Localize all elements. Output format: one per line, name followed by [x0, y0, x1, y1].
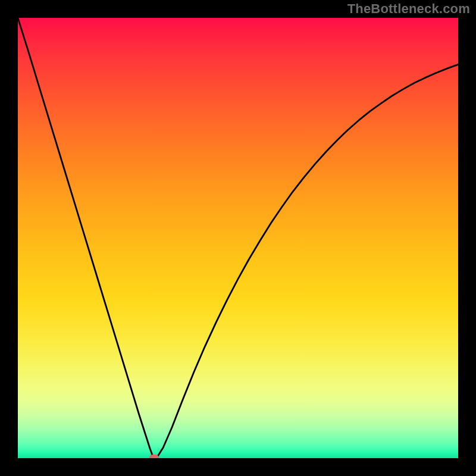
bottleneck-curve	[18, 18, 458, 458]
watermark-text: TheBottleneck.com	[347, 1, 470, 17]
chart-plot-area	[18, 18, 458, 458]
optimal-point-marker	[149, 455, 159, 458]
